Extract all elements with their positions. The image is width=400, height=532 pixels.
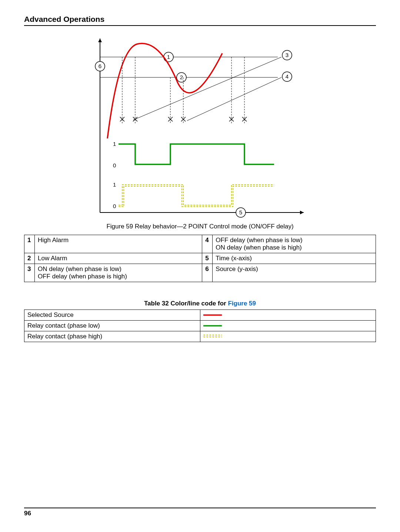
table-row: 1 High Alarm 4 OFF delay (when phase is … — [24, 235, 376, 253]
legend-table: 1 High Alarm 4 OFF delay (when phase is … — [24, 235, 376, 282]
legend-num: 5 — [202, 253, 213, 264]
axis-label-0b: 0 — [113, 203, 116, 209]
legend-text: Time (x-axis) — [213, 253, 376, 264]
legend-num: 2 — [24, 253, 35, 264]
legend-text: OFF delay (when phase is low)ON delay (w… — [213, 235, 376, 253]
svg-marker-3 — [98, 39, 102, 42]
legend-num: 3 — [24, 264, 35, 282]
color-swatch — [200, 321, 376, 331]
relay-behavior-diagram: 1 2 3 4 5 6 — [85, 35, 315, 220]
color-label: Selected Source — [24, 310, 200, 321]
callout-2: 2 — [180, 74, 183, 80]
footer: 96 — [24, 508, 376, 517]
legend-text: ON delay (when phase is low)OFF delay (w… — [35, 264, 202, 282]
callout-4: 4 — [286, 73, 289, 80]
axis-label-1a: 1 — [113, 141, 116, 147]
table-row: Relay contact (phase high) — [24, 331, 376, 342]
legend-num: 4 — [202, 235, 213, 253]
page-title: Advanced Operations — [24, 15, 376, 26]
axis-label-1b: 1 — [113, 181, 116, 188]
color-code-table: Selected Source Relay contact (phase low… — [24, 310, 376, 342]
color-swatch — [200, 310, 376, 321]
table-caption: Table 32 Color/line code for Figure 59 — [24, 300, 376, 307]
table-caption-prefix: Table 32 Color/line code for — [144, 300, 228, 307]
figure-caption: Figure 59 Relay behavior—2 POINT Control… — [24, 223, 376, 230]
color-label: Relay contact (phase low) — [24, 321, 200, 331]
axis-label-0a: 0 — [113, 162, 116, 168]
figure-container: 1 2 3 4 5 6 — [24, 35, 376, 230]
table-row: 2 Low Alarm 5 Time (x-axis) — [24, 253, 376, 264]
figure-link[interactable]: Figure 59 — [228, 300, 256, 307]
callout-3: 3 — [286, 52, 289, 58]
color-swatch — [200, 331, 376, 342]
svg-line-13 — [187, 77, 281, 121]
table-row: Relay contact (phase low) — [24, 321, 376, 331]
svg-line-12 — [133, 57, 281, 120]
table-row: 3 ON delay (when phase is low)OFF delay … — [24, 264, 376, 282]
legend-num: 6 — [202, 264, 213, 282]
callout-6: 6 — [99, 63, 101, 69]
page-number: 96 — [24, 510, 31, 517]
table-row: Selected Source — [24, 310, 376, 321]
callout-1: 1 — [167, 54, 170, 60]
legend-text: High Alarm — [35, 235, 202, 253]
callout-5: 5 — [239, 209, 242, 215]
legend-num: 1 — [24, 235, 35, 253]
svg-marker-1 — [300, 211, 304, 214]
legend-text: Source (y-axis) — [213, 264, 376, 282]
color-label: Relay contact (phase high) — [24, 331, 200, 342]
legend-text: Low Alarm — [35, 253, 202, 264]
